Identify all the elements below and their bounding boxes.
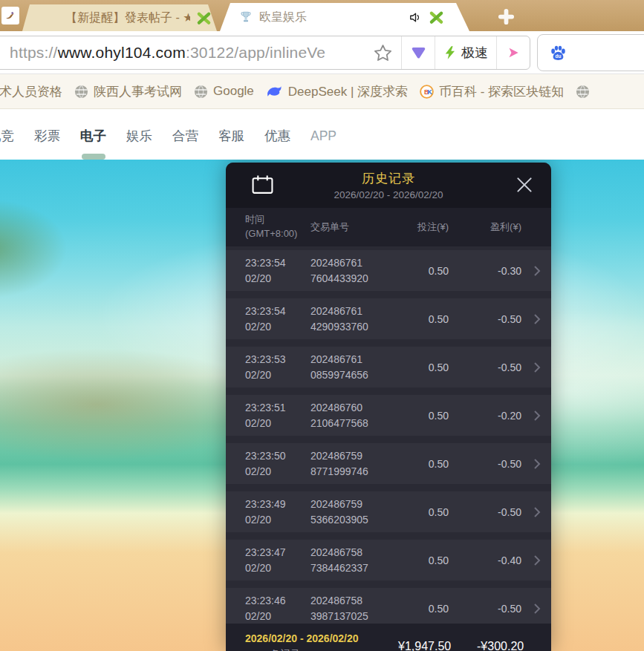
cell-profit: -0.50 bbox=[449, 362, 521, 373]
nav-item-4[interactable]: 娱乐 bbox=[126, 122, 152, 149]
cell-order-number: 2024867595366203905 bbox=[310, 497, 398, 528]
cell-bet: 0.50 bbox=[398, 265, 449, 277]
cell-bet: 0.50 bbox=[398, 506, 449, 518]
cell-time: 23:23:5302/20 bbox=[245, 352, 310, 383]
media-sniffer-button[interactable] bbox=[496, 36, 530, 69]
bookmark-item[interactable]: 陕西人事考试网 bbox=[74, 83, 182, 100]
nav-item-5[interactable]: 合营 bbox=[172, 122, 198, 149]
table-row[interactable]: 23:23:4702/2020248675873844623370.50-0.4… bbox=[226, 540, 551, 580]
cell-bet: 0.50 bbox=[398, 313, 449, 325]
bookmark-label: 币百科 - 探索区块链知 bbox=[439, 83, 564, 100]
table-row[interactable]: 23:23:5102/2020248676021064775680.50-0.2… bbox=[226, 395, 551, 436]
chevron-right-icon bbox=[521, 265, 544, 277]
footer-total-bet: ¥1,947.50 bbox=[398, 640, 451, 651]
table-row[interactable]: 23:23:4902/2020248675953662039050.50-0.5… bbox=[226, 491, 551, 532]
nav-item-8[interactable]: APP bbox=[310, 124, 336, 148]
bird-icon bbox=[4, 9, 17, 22]
green-extension-icon bbox=[429, 10, 444, 25]
cell-profit: -0.50 bbox=[449, 506, 521, 518]
cell-profit: -0.50 bbox=[449, 313, 521, 325]
chevron-right-icon bbox=[521, 555, 544, 566]
cell-order-number: 2024867610859974656 bbox=[310, 352, 398, 383]
cell-profit: -0.50 bbox=[449, 603, 521, 615]
modal-footer: 2026/02/20 - 2026/02/20 1678 条记录 ¥1,947.… bbox=[226, 624, 551, 651]
globe-icon bbox=[74, 85, 88, 99]
cell-order-number: 2024867602106477568 bbox=[310, 400, 398, 431]
cell-time: 23:23:4702/20 bbox=[245, 545, 310, 576]
calendar-icon[interactable] bbox=[251, 174, 274, 195]
pink-play-icon bbox=[506, 45, 521, 60]
bookmarks-list: 技术人员资格陕西人事考试网GoogleDeepSeek | 深度求索BK币百科 … bbox=[0, 74, 644, 108]
nav-item-3[interactable]: 电子 bbox=[80, 122, 106, 149]
speed-mode-button[interactable]: 极速 bbox=[435, 36, 496, 69]
pinned-site-favicon[interactable] bbox=[1, 7, 19, 24]
table-row[interactable]: 23:23:4602/2020248675839871370250.50-0.5… bbox=[226, 588, 551, 629]
chevron-right-icon bbox=[521, 362, 544, 373]
lightning-icon bbox=[443, 45, 458, 61]
cell-order-number: 2024867614290933760 bbox=[310, 304, 398, 335]
browser-tab-bar: 【新提醒】發表帖子 - ★☆實 欧皇娱乐 bbox=[0, 0, 644, 31]
bookmark-label: 陕西人事考试网 bbox=[94, 83, 182, 100]
bookmark-item[interactable]: DeepSeek | 深度求索 bbox=[266, 83, 408, 100]
cell-time: 23:23:5002/20 bbox=[245, 448, 310, 480]
footer-summary: 2026/02/20 - 2026/02/20 1678 条记录 bbox=[245, 632, 398, 651]
nav-item-6[interactable]: 客服 bbox=[218, 122, 244, 149]
nav-item-2[interactable]: 彩票 bbox=[34, 122, 60, 149]
cell-order-number: 2024867583987137025 bbox=[310, 593, 398, 624]
adblock-button[interactable] bbox=[401, 36, 435, 69]
page-background-beach: 历史记录 2026/02/20 - 2026/02/20 时间(GMT+8:00… bbox=[0, 160, 644, 651]
plus-icon bbox=[498, 8, 515, 25]
cell-profit: -0.30 bbox=[449, 265, 521, 277]
table-body: 23:23:5402/2020248676176044339200.50-0.3… bbox=[226, 250, 551, 629]
table-row[interactable]: 23:23:5002/2020248675987719997460.50-0.5… bbox=[226, 443, 551, 484]
new-tab-button[interactable] bbox=[496, 7, 515, 26]
bookmark-item[interactable]: BK币百科 - 探索区块链知 bbox=[420, 83, 564, 100]
footer-date-range: 2026/02/20 - 2026/02/20 bbox=[245, 632, 398, 645]
url-path: :30122/app/inlineVe bbox=[186, 44, 325, 61]
url-host: www.ohyl104.com bbox=[58, 44, 186, 61]
bookmark-item[interactable]: Google bbox=[194, 84, 254, 99]
bookmark-label: DeepSeek | 深度求索 bbox=[288, 83, 408, 100]
close-icon[interactable] bbox=[514, 174, 535, 195]
bookmark-star-button[interactable] bbox=[364, 36, 401, 69]
bookmark-label: 技术人员资格 bbox=[0, 83, 62, 100]
bookmark-item[interactable]: 技术人员资格 bbox=[0, 83, 62, 100]
trophy-favicon-icon bbox=[239, 10, 253, 24]
cell-time: 23:23:4602/20 bbox=[245, 593, 310, 624]
chevron-right-icon bbox=[521, 410, 544, 422]
column-header-bet: 投注(¥) bbox=[398, 220, 449, 234]
cell-profit: -0.20 bbox=[449, 410, 521, 422]
baidu-paw-icon: du bbox=[549, 44, 567, 62]
cell-order-number: 2024867587384462337 bbox=[310, 545, 398, 576]
whale-icon bbox=[266, 85, 283, 97]
search-input[interactable]: du bbox=[537, 34, 644, 71]
nav-item-7[interactable]: 优惠 bbox=[264, 122, 290, 149]
purple-shield-icon bbox=[411, 45, 426, 61]
url-field[interactable]: https://www.ohyl104.com:30122/app/inline… bbox=[0, 36, 530, 70]
cell-time: 23:23:5402/20 bbox=[245, 255, 310, 287]
table-row[interactable]: 23:23:5402/2020248676176044339200.50-0.3… bbox=[226, 250, 551, 291]
cell-profit: -0.50 bbox=[449, 458, 521, 470]
cell-order-number: 2024867598771999746 bbox=[310, 448, 398, 480]
site-nav-bar: 电竞彩票电子娱乐合营客服优惠APP bbox=[0, 109, 644, 160]
footer-record-count: 1678 条记录 bbox=[245, 648, 398, 651]
cell-time: 23:23:4902/20 bbox=[245, 497, 310, 528]
cell-bet: 0.50 bbox=[398, 410, 449, 422]
bookmark-label: Google bbox=[213, 84, 254, 99]
history-modal: 历史记录 2026/02/20 - 2026/02/20 时间(GMT+8:00… bbox=[226, 163, 551, 651]
globe-icon bbox=[194, 85, 208, 99]
tab-active-casino[interactable]: 欧皇娱乐 bbox=[220, 3, 469, 31]
table-row[interactable]: 23:23:5302/2020248676108599746560.50-0.5… bbox=[226, 347, 551, 387]
modal-header: 历史记录 2026/02/20 - 2026/02/20 bbox=[226, 163, 551, 208]
chevron-right-icon bbox=[521, 313, 544, 325]
speed-mode-label: 极速 bbox=[461, 44, 488, 62]
tab-title: 【新提醒】發表帖子 - ★☆實 bbox=[65, 10, 190, 26]
bookmark-item[interactable] bbox=[576, 85, 590, 99]
table-row[interactable]: 23:23:5402/2020248676142909337600.50-0.5… bbox=[226, 298, 551, 339]
chevron-right-icon bbox=[521, 506, 544, 518]
cell-time: 23:23:5102/20 bbox=[245, 400, 310, 431]
audio-playing-icon[interactable] bbox=[409, 10, 423, 24]
nav-item-1[interactable]: 电竞 bbox=[0, 122, 14, 149]
tab-forum[interactable]: 【新提醒】發表帖子 - ★☆實 bbox=[22, 4, 217, 31]
url-text[interactable]: https://www.ohyl104.com:30122/app/inline… bbox=[0, 44, 364, 62]
